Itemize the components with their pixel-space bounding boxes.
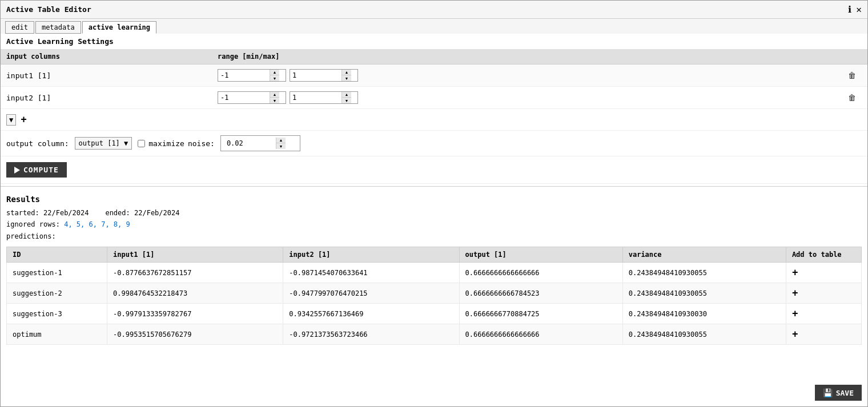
input1-max-field[interactable]: ▲ ▼ xyxy=(290,69,358,82)
input2-min-spinner: ▲ ▼ xyxy=(270,92,279,103)
input2-max-spinner: ▲ ▼ xyxy=(341,92,351,103)
input1-max-up[interactable]: ▲ xyxy=(342,70,351,75)
ignored-numbers-link[interactable]: 4, 5, 6, 7, 8, 9 xyxy=(64,220,130,228)
main-window: Active Table Editor ℹ ✕ edit metadata ac… xyxy=(0,0,868,407)
col-header-input2: input2 [1] xyxy=(283,247,459,263)
cell-add: + xyxy=(786,283,861,304)
output-row: output column: output [1] ▼ maximize noi… xyxy=(1,131,867,156)
save-button[interactable]: 💾 SAVE xyxy=(815,385,862,401)
cell-input2: -0.9871454070633641 xyxy=(283,263,459,283)
maximize-group: maximize noise: xyxy=(138,139,215,148)
input-row-1: input1 [1] ▲ ▼ ▲ ▼ xyxy=(1,65,867,87)
ignored-label: ignored rows: xyxy=(6,220,60,228)
col-header-variance: variance xyxy=(622,247,786,263)
add-to-table-button[interactable]: + xyxy=(792,287,798,299)
col-header-output: output [1] xyxy=(459,247,622,263)
input2-max-input[interactable] xyxy=(290,92,341,103)
col-header-id: ID xyxy=(7,247,107,263)
add-to-table-button[interactable]: + xyxy=(792,328,798,340)
input2-min-field[interactable]: ▲ ▼ xyxy=(218,91,286,104)
delete-input1-button[interactable]: 🗑 xyxy=(848,71,856,80)
settings-section: input columns range [min/max] input1 [1]… xyxy=(1,49,867,184)
header-range: range [min/max] xyxy=(218,53,862,61)
input1-min-down[interactable]: ▼ xyxy=(270,75,279,81)
input2-min-up[interactable]: ▲ xyxy=(270,92,279,98)
add-input-button[interactable]: + xyxy=(21,114,27,126)
title-bar: Active Table Editor ℹ ✕ xyxy=(1,1,867,19)
compute-row: COMPUTE xyxy=(1,156,867,184)
compute-button[interactable]: COMPUTE xyxy=(6,162,67,178)
predictions-label: predictions: xyxy=(6,231,862,242)
noise-down[interactable]: ▼ xyxy=(276,143,286,149)
input2-min-down[interactable]: ▼ xyxy=(270,98,279,103)
cell-input1: -0.9953515705676279 xyxy=(107,324,283,345)
tab-active-learning[interactable]: active learning xyxy=(82,21,156,34)
input2-max-field[interactable]: ▲ ▼ xyxy=(290,91,358,104)
table-row: suggestion-3 -0.9979133359782767 0.93425… xyxy=(7,304,862,324)
cell-id: suggestion-3 xyxy=(7,304,107,324)
table-row: suggestion-1 -0.8776637672851157 -0.9871… xyxy=(7,263,862,283)
tabs-bar: edit metadata active learning xyxy=(1,19,867,34)
cell-output: 0.6666666666666666 xyxy=(459,263,622,283)
save-icon: 💾 xyxy=(823,388,833,397)
cell-variance: 0.24384948410930055 xyxy=(622,283,786,304)
tab-metadata[interactable]: metadata xyxy=(35,21,81,34)
input2-max-down[interactable]: ▼ xyxy=(342,98,351,103)
cell-variance: 0.24384948410930055 xyxy=(622,324,786,345)
noise-spinner: ▲ ▼ xyxy=(276,138,286,149)
delete-input2-button[interactable]: 🗑 xyxy=(848,93,856,102)
col-header-input1: input1 [1] xyxy=(107,247,283,263)
settings-table-header: input columns range [min/max] xyxy=(1,49,867,65)
results-section: Results started: 22/Feb/2024 ended: 22/F… xyxy=(1,189,867,350)
save-row: 💾 SAVE xyxy=(815,385,862,401)
input2-max-up[interactable]: ▲ xyxy=(342,92,351,98)
results-ignored: ignored rows: 4, 5, 6, 7, 8, 9 xyxy=(6,219,862,230)
input1-min-input[interactable] xyxy=(218,70,270,81)
window-title: Active Table Editor xyxy=(6,5,91,14)
title-bar-icons: ℹ ✕ xyxy=(848,4,862,15)
input2-min-input[interactable] xyxy=(218,92,270,103)
cell-output: 0.6666666770884725 xyxy=(459,304,622,324)
header-input-columns: input columns xyxy=(6,53,218,61)
noise-up[interactable]: ▲ xyxy=(276,138,286,143)
add-column-dropdown[interactable]: ▼ xyxy=(6,114,16,126)
maximize-checkbox[interactable] xyxy=(138,140,145,147)
results-table: ID input1 [1] input2 [1] output [1] vari… xyxy=(6,247,862,345)
play-icon xyxy=(14,167,20,174)
cell-add: + xyxy=(786,304,861,324)
info-icon[interactable]: ℹ xyxy=(848,4,851,15)
results-started-ended: started: 22/Feb/2024 ended: 22/Feb/2024 xyxy=(6,207,862,219)
cell-input1: -0.9979133359782767 xyxy=(107,304,283,324)
input2-range: ▲ ▼ ▲ ▼ xyxy=(218,91,848,104)
noise-field[interactable]: ▲ ▼ xyxy=(220,135,300,151)
save-label: SAVE xyxy=(836,389,854,397)
input-row-2: input2 [1] ▲ ▼ ▲ ▼ xyxy=(1,87,867,109)
col-header-add: Add to table xyxy=(786,247,861,263)
output-column-label: output column: xyxy=(6,139,69,148)
add-to-table-button[interactable]: + xyxy=(792,308,798,320)
cell-output: 0.6666666666784523 xyxy=(459,283,622,304)
output-column-select[interactable]: output [1] ▼ xyxy=(75,137,132,150)
input1-max-input[interactable] xyxy=(290,70,341,81)
add-row: ▼ + xyxy=(1,109,867,131)
cell-input2: 0.9342557667136469 xyxy=(283,304,459,324)
cell-input2: -0.9721373563723466 xyxy=(283,324,459,345)
table-row: suggestion-2 0.9984764532218473 -0.94779… xyxy=(7,283,862,304)
results-title: Results xyxy=(6,195,862,204)
cell-add: + xyxy=(786,263,861,283)
cell-input1: -0.8776637672851157 xyxy=(107,263,283,283)
compute-label: COMPUTE xyxy=(23,166,59,174)
results-ended: ended: 22/Feb/2024 xyxy=(105,209,179,217)
add-to-table-button[interactable]: + xyxy=(792,267,798,279)
input1-max-down[interactable]: ▼ xyxy=(342,75,351,81)
noise-input[interactable] xyxy=(224,138,276,149)
input1-min-spinner: ▲ ▼ xyxy=(270,70,279,81)
tab-edit[interactable]: edit xyxy=(5,21,34,34)
cell-id: suggestion-1 xyxy=(7,263,107,283)
close-icon[interactable]: ✕ xyxy=(856,4,862,15)
input1-min-up[interactable]: ▲ xyxy=(270,70,279,75)
cell-id: optimum xyxy=(7,324,107,345)
input1-label: input1 [1] xyxy=(6,71,218,80)
input1-min-field[interactable]: ▲ ▼ xyxy=(218,69,286,82)
cell-output: 0.6666666666666666 xyxy=(459,324,622,345)
